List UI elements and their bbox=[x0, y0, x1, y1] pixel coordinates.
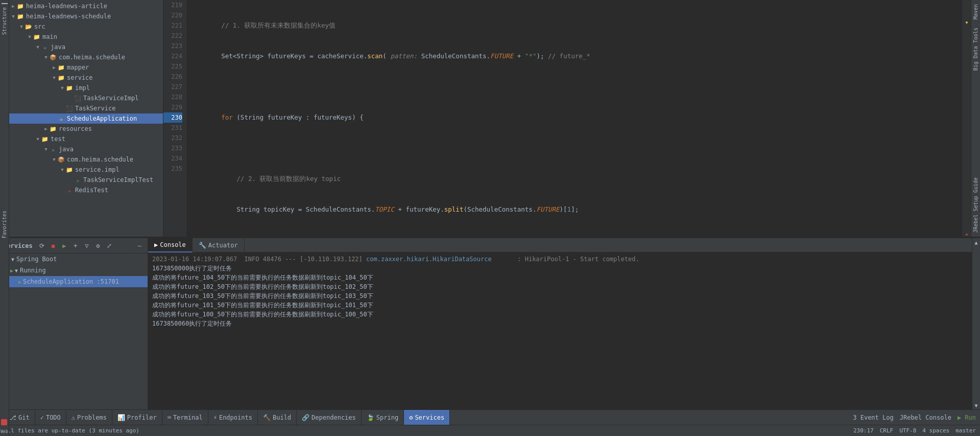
tree-arrow: ▼ bbox=[51, 156, 57, 163]
dependencies-label: Dependencies bbox=[312, 414, 356, 421]
tree-item-heima-leadnews-schedule[interactable]: ▼ 📁 heima-leadnews-schedule bbox=[0, 11, 163, 21]
tree-arrow: ▼ bbox=[27, 34, 33, 40]
tree-item-taskserviceimpl[interactable]: ⬛ TaskServiceImpl bbox=[0, 93, 163, 103]
filter-button[interactable]: ▽ bbox=[82, 241, 92, 251]
console-tab[interactable]: ▶ Console bbox=[148, 238, 193, 253]
running-item[interactable]: ▶ ▼ Running bbox=[0, 265, 148, 276]
favorites-label[interactable]: Favorites bbox=[2, 211, 7, 238]
jrebel-icon[interactable] bbox=[1, 419, 7, 425]
code-area: 219 220 221 222 223 224 225 226 227 228 … bbox=[163, 0, 971, 237]
bottom-content: Services ⟳ ◼ ▶ + ▽ ⚙ ⤢ — 🍃 ▼ Sprin bbox=[0, 238, 980, 409]
problems-tab[interactable]: ⚠ Problems bbox=[66, 410, 112, 425]
tree-label: heima-leadnews-article bbox=[26, 3, 107, 10]
main-area: ▶ 📁 heima-leadnews-article ▼ 📁 heima-lea… bbox=[0, 0, 980, 237]
tree-item-taskserviceimpltest[interactable]: ☕ TaskServiceImplTest bbox=[0, 175, 163, 185]
endpoints-tab[interactable]: ⚡ Endpoints bbox=[208, 410, 258, 425]
dependencies-tab[interactable]: 🔗 Dependencies bbox=[297, 410, 362, 425]
console-tabs: ▶ Console 🔧 Actuator bbox=[148, 238, 972, 253]
run-link[interactable]: ▶ Run bbox=[958, 414, 976, 421]
profiler-tab[interactable]: 📊 Profiler bbox=[112, 410, 162, 425]
console-line-5: 成功的将future_101_50下的当前需要执行的任务数据刷新到topic_1… bbox=[152, 301, 968, 310]
jrebel-console-link[interactable]: JRebel Console bbox=[900, 414, 951, 421]
tree-item-main[interactable]: ▼ 📁 main bbox=[0, 32, 163, 42]
test-class-icon: ☕ bbox=[74, 176, 82, 184]
status-tabs: ⎇ Git ✓ TODO ⚠ Problems 📊 Profiler ⌨ Ter… bbox=[4, 410, 852, 425]
code-editor[interactable]: // 1. 获取所有未来数据集合的key值 Set<String> future… bbox=[186, 0, 962, 237]
services-icon: ⚙ bbox=[409, 414, 413, 421]
tree-item-impl[interactable]: ▼ 📁 impl bbox=[0, 83, 163, 93]
services-tab[interactable]: ⚙ Services bbox=[404, 410, 450, 425]
build-label: Build bbox=[273, 414, 291, 421]
tree-item-test[interactable]: ▼ 📁 test bbox=[0, 134, 163, 144]
stop-button[interactable]: ◼ bbox=[48, 241, 58, 251]
tree-arrow: ▼ bbox=[15, 268, 18, 273]
scheduleapp-item[interactable]: ▶ ScheduleApplication :51701 bbox=[0, 276, 148, 287]
scroll-down-button[interactable]: ▼ bbox=[972, 401, 981, 409]
todo-icon: ✓ bbox=[40, 414, 44, 421]
tree-arrow: ▶ bbox=[51, 64, 57, 71]
scroll-up-button[interactable]: ▲ bbox=[972, 238, 981, 246]
tree-item-service[interactable]: ▼ 📁 service bbox=[0, 73, 163, 83]
springboot-item[interactable]: 🍃 ▼ Spring Boot bbox=[0, 254, 148, 265]
console-line-3: 成功的将future_102_50下的当前需要执行的任务数据刷新到topic_1… bbox=[152, 282, 968, 291]
run-icon: ▶ bbox=[10, 268, 13, 273]
build-tab[interactable]: 🔨 Build bbox=[258, 410, 297, 425]
console-line-7: 1673850060执行了定时任务 bbox=[152, 319, 968, 328]
tree-item-com-heima-schedule2[interactable]: ▼ 📦 com.heima.schedule bbox=[0, 154, 163, 165]
java-folder-icon: ☕ bbox=[41, 43, 49, 51]
spring-tab[interactable]: 🍃 Spring bbox=[362, 410, 404, 425]
tree-label: TaskServiceImpl bbox=[83, 95, 138, 102]
tree-item-com-heima-schedule[interactable]: ▼ 📦 com.heima.schedule bbox=[0, 52, 163, 62]
tree-arrow: ▼ bbox=[43, 54, 49, 60]
tree-item-src[interactable]: ▼ 📂 src bbox=[0, 21, 163, 32]
event-log-link[interactable]: 3 Event Log bbox=[853, 414, 893, 421]
indent-indicator[interactable]: 4 spaces bbox=[922, 427, 949, 434]
maven-label[interactable]: Maven bbox=[972, 0, 979, 24]
add-button[interactable]: + bbox=[70, 241, 81, 251]
scheduleapp-label: ScheduleApplication :51701 bbox=[23, 278, 119, 285]
encoding-indicator[interactable]: UTF-8 bbox=[899, 427, 916, 434]
spring-label: Spring bbox=[376, 414, 398, 421]
terminal-icon: ⌨ bbox=[168, 414, 171, 421]
tree-arrow: ▼ bbox=[35, 136, 41, 142]
structure-indicator bbox=[2, 3, 8, 4]
settings-button[interactable]: ⚙ bbox=[93, 241, 103, 251]
todo-tab[interactable]: ✓ TODO bbox=[35, 410, 66, 425]
tree-item-redistest[interactable]: ☕ RedisTest bbox=[0, 185, 163, 195]
tree-arrow: ▼ bbox=[43, 146, 49, 152]
folder-icon: 📁 bbox=[57, 63, 65, 72]
run-button[interactable]: ▶ bbox=[59, 241, 69, 251]
expand-button[interactable]: ⤢ bbox=[104, 241, 114, 251]
big-data-tools-label[interactable]: Big Data Tools bbox=[972, 24, 979, 75]
tree-label: heima-leadnews-schedule bbox=[26, 13, 111, 20]
actuator-tab[interactable]: 🔧 Actuator bbox=[193, 238, 245, 253]
web-label[interactable]: Web bbox=[1, 429, 8, 434]
right-panel: Maven Big Data Tools JRebel Setup Guide bbox=[971, 0, 980, 237]
right-gutter bbox=[962, 0, 971, 237]
console-panel: ▶ Console 🔧 Actuator 2023-01-16 14:19:07… bbox=[148, 238, 972, 409]
console-line-4: 成功的将future_103_50下的当前需要执行的任务数据刷新到topic_1… bbox=[152, 291, 968, 301]
tree-item-java2[interactable]: ▼ ☕ java bbox=[0, 144, 163, 154]
jrebel-setup-label[interactable]: JRebel Setup Guide bbox=[972, 173, 979, 237]
tree-item-heima-leadnews-article[interactable]: ▶ 📁 heima-leadnews-article bbox=[0, 1, 163, 11]
tree-item-service-impl[interactable]: ▼ 📁 service.impl bbox=[0, 165, 163, 175]
gutter-warning bbox=[966, 21, 968, 24]
tree-item-scheduleapplication[interactable]: ☕ ScheduleApplication bbox=[0, 113, 163, 124]
tree-item-taskservice[interactable]: ⬛ TaskService bbox=[0, 103, 163, 113]
project-tree: ▶ 📁 heima-leadnews-article ▼ 📁 heima-lea… bbox=[0, 0, 163, 237]
tree-item-mapper[interactable]: ▶ 📁 mapper bbox=[0, 62, 163, 73]
tree-item-resources[interactable]: ▶ 📁 resources bbox=[0, 124, 163, 134]
console-line-prev: 2023-01-16 14:19:07.867 INFO 48476 --- [… bbox=[152, 255, 968, 264]
terminal-tab[interactable]: ⌨ Terminal bbox=[162, 410, 208, 425]
tree-item-java[interactable]: ▼ ☕ java bbox=[0, 42, 163, 52]
console-output[interactable]: 2023-01-16 14:19:07.867 INFO 48476 --- [… bbox=[148, 253, 972, 409]
restart-button[interactable]: ⟳ bbox=[37, 241, 47, 251]
line-ending-indicator[interactable]: CRLF bbox=[880, 427, 894, 434]
dependencies-icon: 🔗 bbox=[302, 414, 309, 421]
structure-label[interactable]: Structure bbox=[2, 7, 7, 35]
redis-class-icon: ☕ bbox=[65, 186, 74, 194]
branch-indicator[interactable]: master bbox=[955, 427, 976, 434]
interface-icon: ⬛ bbox=[65, 104, 74, 112]
minimize-button[interactable]: — bbox=[134, 241, 145, 251]
class-icon: ⬛ bbox=[74, 94, 82, 102]
